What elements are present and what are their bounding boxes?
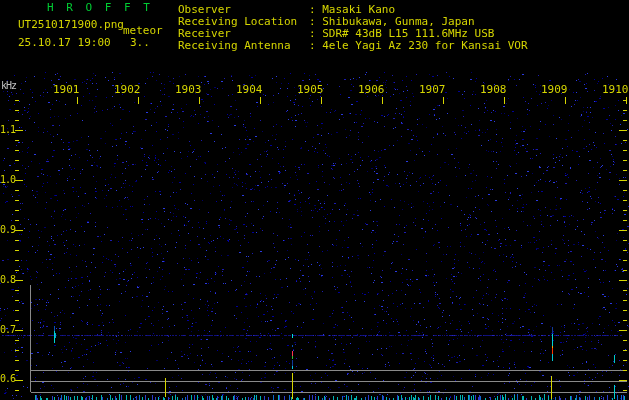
time-label-1902: 1902: [114, 84, 141, 96]
freq-label-1-0: 1.0: [0, 174, 15, 186]
freq-label-0-9: 0.9: [0, 224, 15, 236]
time-label-1907: 1907: [419, 84, 446, 96]
time-label-1904: 1904: [236, 84, 263, 96]
output-filename: UT2510171900.png: [18, 19, 124, 31]
time-label-1903: 1903: [175, 84, 202, 96]
antenna-label: Receiving Antenna: [178, 40, 309, 52]
freq-label-0-7: 0.7: [0, 324, 15, 336]
freq-axis-unit: kHz: [1, 80, 16, 92]
colon: :: [309, 39, 316, 52]
freq-label-1-1: 1.1: [0, 124, 15, 136]
date-time-label: 25.10.17 19:00: [18, 37, 111, 49]
sample-counter: 3..: [130, 37, 150, 49]
freq-label-0-6: 0.6: [0, 373, 15, 385]
time-label-1906: 1906: [358, 84, 385, 96]
app-title: H R O F F T: [47, 2, 153, 14]
spectrogram-canvas: [0, 0, 629, 400]
freq-label-0-8: 0.8: [0, 274, 15, 286]
time-label-1909: 1909: [541, 84, 568, 96]
time-label-1901: 1901: [53, 84, 80, 96]
time-label-1910: 1910: [602, 84, 629, 96]
antenna-value: 4ele Yagi Az 230 for Kansai VOR: [322, 39, 527, 52]
hrofft-window: H R O F F T UT2510171900.png meteor 25.1…: [0, 0, 629, 400]
time-label-1905: 1905: [297, 84, 324, 96]
info-row-antenna: Receiving Antenna: 4ele Yagi Az 230 for …: [178, 40, 528, 52]
time-label-1908: 1908: [480, 84, 507, 96]
